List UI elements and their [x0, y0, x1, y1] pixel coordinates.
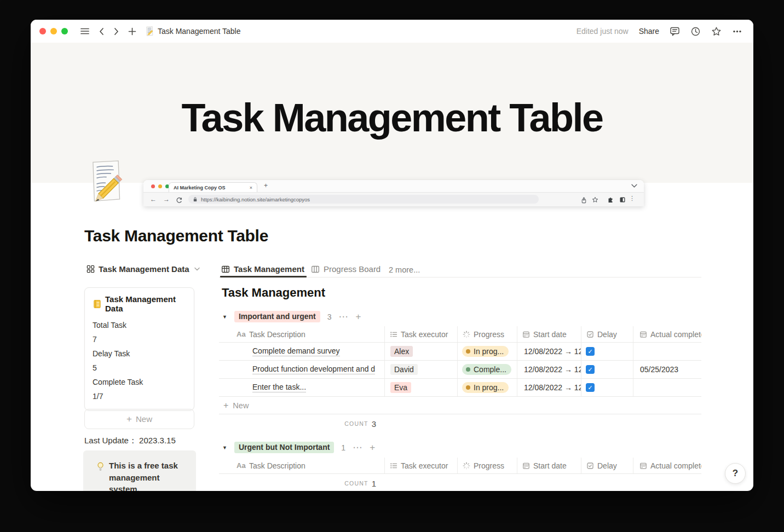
cover-browser-mockup: AI Marketing Copy OS × + ← → ht	[143, 180, 644, 206]
card-line-delay-task-label: Delay Task	[93, 346, 186, 361]
plus-icon: +	[223, 401, 228, 410]
group-tag[interactable]: Urgent but Not Important	[234, 442, 334, 453]
comments-icon[interactable]	[670, 26, 680, 37]
table-new-row-button[interactable]: + New	[219, 397, 701, 414]
delay-checkbox-checked[interactable]: ✓	[586, 347, 595, 356]
task-title-link[interactable]: Product function development and d	[252, 365, 375, 374]
column-header-label: Task executor	[401, 330, 448, 339]
view-tabs-more[interactable]: 2 more...	[389, 265, 420, 274]
column-header-delay[interactable]: Delay	[581, 326, 633, 342]
more-options-icon[interactable]	[732, 26, 742, 37]
column-header-task-description[interactable]: Aa Task Description	[219, 458, 385, 473]
group-add-icon[interactable]: +	[370, 442, 375, 453]
last-update-value: 2023.3.15	[139, 436, 176, 445]
task-title-link[interactable]: Enter the task...	[252, 383, 306, 392]
column-header-progress[interactable]: Progress	[458, 326, 517, 342]
executor-tag[interactable]: Eva	[390, 382, 411, 393]
delay-checkbox-checked[interactable]: ✓	[586, 383, 595, 392]
group-options-icon[interactable]: ⋯	[353, 442, 362, 453]
view-tab-progress-board[interactable]: Progress Board	[311, 264, 381, 274]
page-memo-icon-large[interactable]	[88, 159, 124, 203]
mockup-traffic-yellow	[158, 184, 162, 188]
task-title-link[interactable]: Complete demand survey	[252, 346, 340, 356]
page-memo-icon-small	[145, 26, 154, 36]
start-date-value[interactable]: 12/08/2022 → 12	[524, 383, 581, 392]
mockup-share-icon	[581, 196, 587, 206]
column-header-task-executor[interactable]: Task executor	[385, 458, 458, 473]
table-row[interactable]: Product function development and d David…	[219, 361, 701, 379]
table-row[interactable]: Complete demand survey Alex In prog... 1…	[219, 343, 701, 361]
executor-tag[interactable]: Alex	[390, 346, 413, 357]
table-row[interactable]: Enter the task... Eva In prog... 12/08/2…	[219, 379, 701, 397]
count-value: 1	[372, 479, 376, 488]
favorite-star-icon[interactable]	[711, 26, 722, 37]
status-dot	[466, 349, 470, 354]
column-header-delay[interactable]: Delay	[581, 458, 633, 473]
column-header-progress[interactable]: Progress	[458, 458, 517, 473]
calendar-icon	[639, 331, 647, 338]
new-row-label: New	[233, 401, 249, 410]
card-line-total-task-label: Total Task	[93, 318, 186, 332]
mockup-star-icon	[592, 195, 598, 205]
share-button[interactable]: Share	[639, 27, 659, 36]
status-dot	[466, 367, 470, 372]
column-header-label: Delay	[597, 461, 617, 470]
column-header-label: Progress	[474, 330, 504, 339]
group-collapse-triangle-icon[interactable]: ▼	[222, 445, 227, 450]
progress-status-tag[interactable]: Comple...	[462, 364, 511, 375]
table-group-2: Aa Task Description Task executor Progre…	[219, 458, 701, 491]
list-property-icon	[390, 462, 397, 470]
start-date-value[interactable]: 12/08/2022 → 12	[524, 347, 581, 356]
progress-status-tag[interactable]: In prog...	[462, 382, 509, 393]
column-header-task-description[interactable]: Aa Task Description	[219, 326, 385, 342]
mockup-tab-close-icon: ×	[250, 185, 252, 190]
delay-checkbox-checked[interactable]: ✓	[586, 365, 595, 374]
traffic-close-button[interactable]	[39, 28, 46, 34]
card-title: Task Management Data	[105, 294, 186, 313]
traffic-zoom-button[interactable]	[61, 28, 68, 34]
progress-status-tag[interactable]: In prog...	[462, 346, 509, 357]
column-header-label: Task Description	[249, 330, 305, 339]
executor-tag[interactable]: David	[390, 364, 418, 375]
mockup-chevron-down-icon	[631, 181, 637, 191]
column-header-label: Delay	[597, 330, 617, 339]
last-update-line: Last Update： 2023.3.15	[84, 436, 176, 446]
start-date-value[interactable]: 12/08/2022 → 12	[524, 365, 581, 374]
actual-complete-cell-empty[interactable]	[633, 343, 701, 360]
nav-forward-icon[interactable]	[112, 27, 120, 36]
linked-collection-header[interactable]: Task Management Data	[87, 264, 200, 274]
group-add-icon[interactable]: +	[356, 311, 361, 322]
active-tab-underline	[220, 276, 307, 277]
column-header-start-date[interactable]: Start date	[517, 326, 581, 342]
column-header-actual-complete[interactable]: Actual complete	[633, 326, 701, 342]
column-header-task-executor[interactable]: Task executor	[385, 326, 458, 342]
chevron-down-icon	[194, 267, 200, 271]
lightbulb-icon	[96, 461, 105, 472]
view-tab-task-management[interactable]: Task Management	[221, 264, 304, 274]
group-options-icon[interactable]: ⋯	[339, 311, 349, 322]
nav-back-icon[interactable]	[97, 27, 106, 36]
gallery-card-task-data[interactable]: Task Management Data Total Task 7 Delay …	[84, 287, 194, 410]
plus-icon: +	[126, 414, 132, 424]
gallery-new-button[interactable]: + New	[84, 409, 194, 429]
group-collapse-triangle-icon[interactable]: ▼	[222, 314, 227, 320]
last-update-label: Last Update：	[84, 436, 137, 445]
column-header-label: Actual complete	[650, 330, 701, 339]
column-header-start-date[interactable]: Start date	[517, 458, 581, 473]
info-callout: This is a free task management system.	[83, 450, 196, 491]
sidebar-toggle-icon[interactable]	[80, 26, 90, 36]
mockup-traffic-red	[151, 184, 155, 188]
table-section-heading: Task Management	[222, 286, 325, 300]
actual-complete-value[interactable]: 05/25/2023	[640, 365, 678, 374]
actual-complete-cell-empty[interactable]	[633, 379, 701, 396]
help-button[interactable]: ?	[725, 463, 746, 484]
traffic-minimize-button[interactable]	[50, 28, 57, 34]
history-clock-icon[interactable]	[690, 26, 701, 37]
column-header-label: Task Description	[249, 461, 305, 470]
app-window: Task Management Table Edited just now Sh…	[31, 20, 753, 491]
column-header-actual-complete[interactable]: Actual complete	[633, 458, 701, 473]
new-tab-icon[interactable]	[128, 27, 137, 36]
group-header-important-urgent: ▼ Important and urgent 3 ⋯ +	[222, 311, 361, 322]
group-tag[interactable]: Important and urgent	[234, 311, 320, 322]
mockup-tab-strip: AI Marketing Copy OS × +	[143, 180, 644, 193]
